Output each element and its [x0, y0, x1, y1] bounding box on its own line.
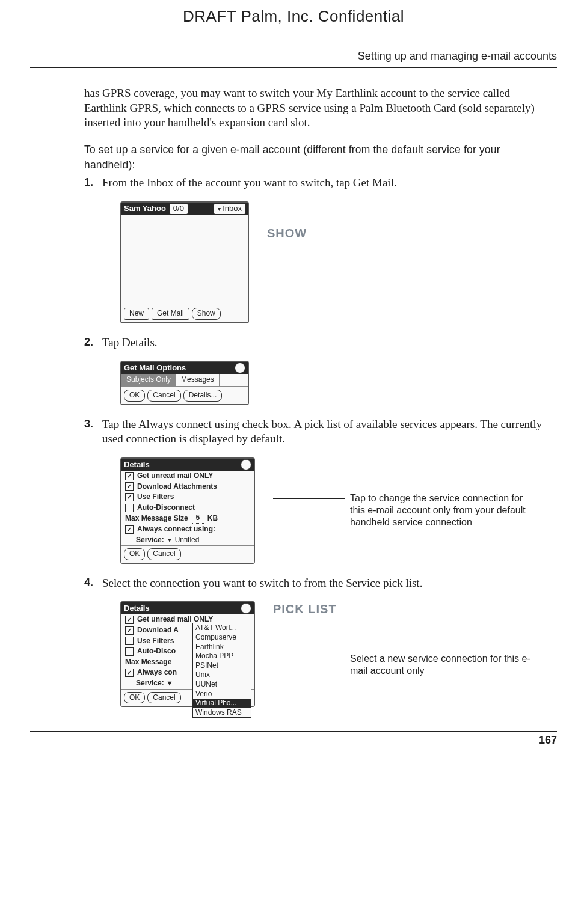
inbox-account: Sam Yahoo	[124, 204, 166, 214]
annotation-text-select-new: Select a new service connection for this…	[350, 653, 530, 677]
checkbox-auto-disconnect[interactable]	[125, 504, 134, 512]
label-download: Download A	[137, 626, 179, 635]
getmail-button-row: OK Cancel Details...	[121, 387, 248, 404]
row-filters: ✓ Use Filters	[121, 492, 254, 503]
step-4: Select the connection you want to switch…	[84, 576, 545, 707]
label-auto-disconnect: Auto-Disco	[137, 647, 176, 656]
checkbox-download[interactable]: ✓	[125, 626, 134, 635]
chevron-down-icon: ▾	[168, 536, 171, 545]
new-button[interactable]: New	[124, 308, 149, 320]
section-title: Setting up and managing e-mail accounts	[30, 37, 557, 68]
value-max-size[interactable]: 5	[192, 513, 204, 524]
info-icon[interactable]: i	[241, 459, 251, 470]
procedure-heading: To set up a service for a given e-mail a…	[84, 142, 508, 172]
picklist-title: Details	[124, 604, 150, 614]
step-3: Tap the Always connect using check box. …	[84, 417, 545, 564]
picklist-option[interactable]: Compuserve	[193, 633, 251, 643]
show-callout-label: SHOW	[267, 227, 307, 240]
details-title: Details	[124, 460, 150, 470]
page-number: 167	[0, 734, 557, 747]
picklist-callout-label: PICK LIST	[273, 601, 530, 617]
step-2-figure-row: Get Mail Options i Subjects Only Message…	[120, 361, 545, 405]
step-4-annotations: PICK LIST Select a new service connectio…	[273, 601, 530, 677]
label-filters: Use Filters	[137, 492, 174, 502]
content-area: has GPRS coverage, you may want to switc…	[84, 86, 545, 707]
screenshot-details-picklist: Details i ✓ Get unread mail ONLY ✓ Downl…	[120, 601, 255, 707]
inbox-button-row: New Get Mail Show	[121, 305, 248, 322]
screenshot-get-mail-options: Get Mail Options i Subjects Only Message…	[120, 361, 249, 405]
draft-header: DRAFT Palm, Inc. Confidential	[0, 0, 587, 37]
value-service[interactable]: Untitled	[175, 536, 200, 545]
footer-rule	[30, 731, 557, 732]
details-button[interactable]: Details...	[183, 390, 223, 402]
picklist-option[interactable]: Earthlink	[193, 643, 251, 652]
row-unread: ✓ Get unread mail ONLY	[121, 471, 254, 482]
row-max-size: Max Message Size 5 KB	[121, 513, 254, 524]
intro-paragraph: has GPRS coverage, you may want to switc…	[84, 86, 545, 130]
step-4-figure-row: Details i ✓ Get unread mail ONLY ✓ Downl…	[120, 601, 545, 707]
show-button[interactable]: Show	[192, 308, 221, 320]
step-4-text: Select the connection you want to switch…	[102, 577, 422, 589]
picklist-option[interactable]: Verio	[193, 690, 251, 699]
inbox-folder-dropdown[interactable]: Inbox	[214, 204, 245, 214]
steps-list: From the Inbox of the account you want t…	[84, 176, 545, 707]
label-service: Service:	[136, 536, 164, 545]
picklist-option[interactable]: Unix	[193, 670, 251, 680]
step-3-text: Tap the Always connect using check box. …	[102, 418, 542, 445]
checkbox-unread[interactable]: ✓	[125, 616, 134, 624]
inbox-count: 0/0	[170, 204, 188, 214]
label-download: Download Attachments	[137, 482, 217, 492]
label-max-size: Max Message	[125, 658, 171, 667]
checkbox-always-connect[interactable]: ✓	[125, 669, 134, 677]
change-service-annotation: Tap to change the service connection for…	[273, 492, 530, 528]
screenshot-details: Details i ✓ Get unread mail ONLY ✓ Downl…	[120, 457, 255, 564]
checkbox-filters[interactable]: ✓	[125, 493, 134, 501]
step-2-text: Tap Details.	[102, 336, 158, 349]
checkbox-unread[interactable]: ✓	[125, 472, 134, 480]
screenshot-inbox: Sam Yahoo 0/0 Inbox New Get Mail Show	[120, 201, 249, 323]
page: DRAFT Palm, Inc. Confidential Setting up…	[0, 0, 587, 924]
label-unread: Get unread mail ONLY	[137, 471, 213, 481]
ok-button[interactable]: OK	[124, 548, 145, 560]
label-service: Service:	[136, 679, 164, 688]
step-2: Tap Details. Get Mail Options i Subjects…	[84, 335, 545, 405]
getmail-titlebar: Get Mail Options i	[121, 362, 248, 374]
label-auto-disconnect: Auto-Disconnect	[137, 503, 195, 513]
step-3-figure-row: Details i ✓ Get unread mail ONLY ✓ Downl…	[120, 457, 545, 564]
getmail-title: Get Mail Options	[124, 363, 186, 373]
picklist-option[interactable]: PSINet	[193, 661, 251, 671]
info-icon[interactable]: i	[241, 603, 251, 614]
cancel-button[interactable]: Cancel	[147, 390, 180, 402]
annotation-line	[273, 659, 345, 677]
row-download: ✓ Download Attachments	[121, 482, 254, 492]
picklist-option[interactable]: Mocha PPP	[193, 652, 251, 661]
picklist-option[interactable]: Windows RAS	[193, 708, 251, 718]
ok-button[interactable]: OK	[124, 390, 145, 402]
cancel-button[interactable]: Cancel	[147, 548, 180, 560]
select-new-annotation: Select a new service connection for this…	[273, 653, 530, 677]
checkbox-auto-disconnect[interactable]	[125, 647, 134, 656]
picklist-option[interactable]: AT&T Worl...	[193, 623, 251, 633]
details-titlebar: Details i	[121, 459, 254, 471]
checkbox-filters[interactable]	[125, 637, 134, 645]
checkbox-download[interactable]: ✓	[125, 482, 134, 491]
picklist-option[interactable]: Virtual Pho...	[193, 699, 251, 708]
picklist-titlebar: Details i	[121, 602, 254, 614]
label-max-unit: KB	[207, 514, 218, 524]
checkbox-always-connect[interactable]: ✓	[125, 525, 134, 534]
label-max-size: Max Message Size	[125, 514, 188, 524]
picklist-option[interactable]: UUNet	[193, 680, 251, 690]
step-1: From the Inbox of the account you want t…	[84, 176, 545, 323]
get-mail-button[interactable]: Get Mail	[152, 308, 189, 320]
service-picklist-popup[interactable]: AT&T Worl...CompuserveEarthlinkMocha PPP…	[192, 623, 251, 718]
inbox-body	[121, 215, 248, 305]
ok-button[interactable]: OK	[124, 692, 145, 704]
cancel-button[interactable]: Cancel	[147, 692, 180, 704]
tab-subjects-only[interactable]: Subjects Only	[121, 374, 176, 386]
step-1-text: From the Inbox of the account you want t…	[102, 176, 397, 189]
info-icon[interactable]: i	[235, 363, 245, 373]
tab-messages[interactable]: Messages	[176, 374, 220, 386]
annotation-text-change-service: Tap to change the service connection for…	[350, 492, 530, 528]
label-always-connect: Always con	[137, 668, 177, 678]
annotation-line	[273, 498, 345, 528]
